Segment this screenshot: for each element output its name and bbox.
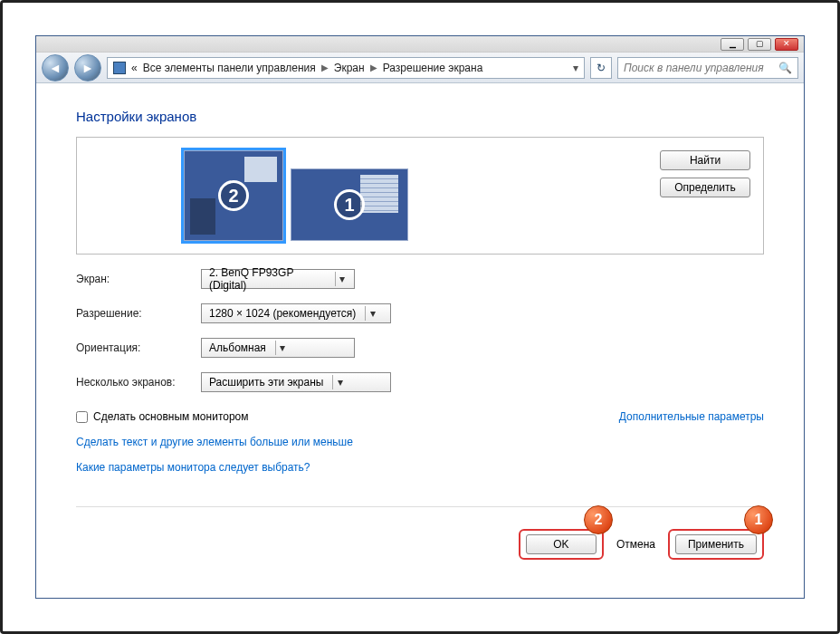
screen-value: 2. BenQ FP93GP (Digital) [209,266,326,292]
nav-forward-button[interactable]: ► [74,54,101,82]
screen-label: Экран: [76,273,194,285]
chevron-down-icon: ▾ [275,341,290,355]
monitor-layout[interactable]: 2 1 [184,150,408,241]
monitor-2[interactable]: 2 [184,150,283,241]
search-icon: 🔍 [778,62,792,74]
identify-button[interactable]: Определить [660,178,750,197]
orientation-value: Альбомная [209,341,266,354]
make-primary-checkbox[interactable] [76,411,88,423]
breadcrumb-chevron: « [131,62,138,74]
titlebar: ▁ ▢ ✕ [36,36,804,53]
ok-callout: OK 2 [519,529,604,560]
monitor-number: 1 [334,189,365,220]
display-preview: 2 1 Найти Определить [76,137,764,255]
refresh-button[interactable]: ↻ [590,57,612,79]
monitor-number: 2 [218,180,249,211]
multi-value: Расширить эти экраны [209,376,323,389]
monitor-1[interactable]: 1 [291,168,408,241]
dialog-footer: OK 2 Отмена Применить 1 [76,506,764,560]
content-pane: Настройки экранов 2 1 Найти Определить Э… [36,83,804,598]
search-box[interactable]: 🔍 [617,57,798,79]
monitor-deco [360,175,398,213]
ok-button[interactable]: OK [526,534,597,554]
text-size-link[interactable]: Сделать текст и другие элементы больше и… [76,436,764,448]
resolution-value: 1280 × 1024 (рекомендуется) [209,307,356,320]
breadcrumb-item[interactable]: Экран [334,62,365,74]
control-panel-icon [113,62,126,74]
maximize-button[interactable]: ▢ [748,38,771,51]
monitor-deco [190,198,215,235]
breadcrumb-item[interactable]: Все элементы панели управления [143,62,316,74]
search-input[interactable] [624,62,775,74]
explorer-window: ▁ ▢ ✕ ◄ ► « Все элементы панели управлен… [35,35,805,599]
monitor-deco [244,157,277,182]
close-button[interactable]: ✕ [775,38,798,51]
address-dropdown-icon[interactable]: ▾ [573,62,578,74]
callout-bubble-1: 1 [744,505,773,534]
chevron-down-icon: ▾ [365,306,379,321]
minimize-button[interactable]: ▁ [721,38,744,51]
cancel-button[interactable]: Отмена [616,538,655,551]
chevron-down-icon: ▾ [332,375,347,389]
which-settings-link[interactable]: Какие параметры монитора следует выбрать… [76,461,764,474]
resolution-label: Разрешение: [76,307,194,320]
breadcrumb-sep: ▶ [370,62,377,72]
advanced-settings-link[interactable]: Дополнительные параметры [619,410,764,423]
make-primary-label: Сделать основным монитором [93,410,249,423]
breadcrumb-item[interactable]: Разрешение экрана [383,62,483,74]
orientation-dropdown[interactable]: Альбомная ▾ [201,338,355,358]
address-bar[interactable]: « Все элементы панели управления ▶ Экран… [107,57,585,79]
callout-bubble-2: 2 [584,505,613,534]
breadcrumb-sep: ▶ [321,62,329,72]
find-button[interactable]: Найти [660,150,750,170]
apply-callout: Применить 1 [668,529,764,560]
screen-dropdown[interactable]: 2. BenQ FP93GP (Digital) ▾ [201,269,355,289]
page-title: Настройки экранов [76,109,764,124]
multi-label: Несколько экранов: [76,376,194,389]
multi-display-dropdown[interactable]: Расширить эти экраны ▾ [201,372,391,392]
resolution-dropdown[interactable]: 1280 × 1024 (рекомендуется) ▾ [201,303,391,323]
apply-button[interactable]: Применить [675,534,757,554]
chevron-down-icon: ▾ [335,272,348,286]
navbar: ◄ ► « Все элементы панели управления ▶ Э… [36,53,804,83]
orientation-label: Ориентация: [76,341,194,354]
nav-back-button[interactable]: ◄ [42,54,69,82]
